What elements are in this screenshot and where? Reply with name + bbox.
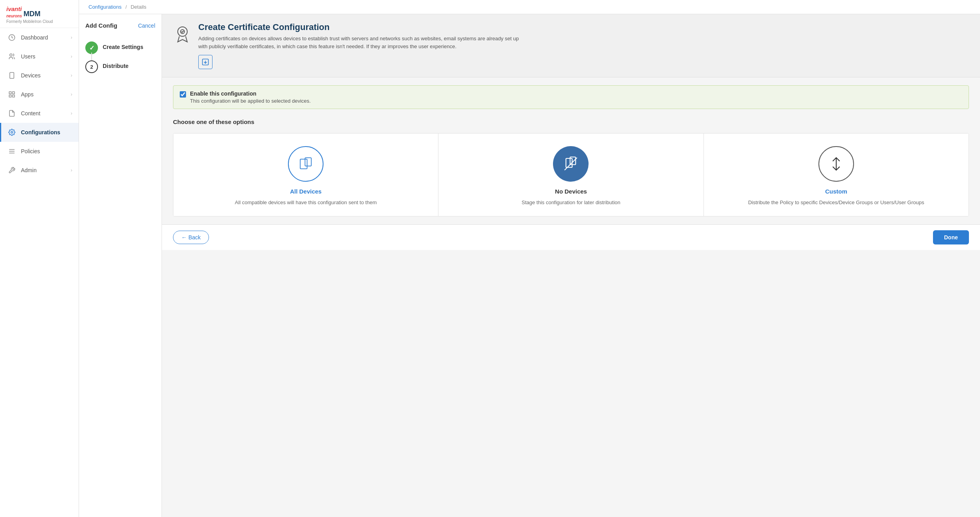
users-icon [8, 52, 16, 61]
enable-banner: Enable this configuration This configura… [173, 85, 969, 109]
config-header: Create Certificate Configuration Adding … [162, 14, 980, 77]
svg-line-20 [565, 158, 577, 170]
sidebar-item-devices[interactable]: Devices › [0, 66, 79, 85]
custom-circle [818, 146, 854, 182]
footer-bar: ← Back Done [162, 224, 980, 250]
svg-rect-5 [13, 92, 15, 94]
custom-label: Custom [825, 188, 847, 195]
form-section: Enable this configuration This configura… [162, 77, 980, 224]
main-content: Configurations / Details Add Config Canc… [79, 0, 980, 517]
breadcrumb-separator: / [125, 4, 127, 10]
step-2-number: 2 [90, 64, 93, 70]
logo-ivanti: ivanti [6, 6, 22, 12]
chevron-content: › [71, 111, 72, 116]
content-area: Add Config Cancel ✓ Create Settings 2 Di… [79, 14, 980, 517]
no-devices-desc: Stage this configuration for later distr… [521, 199, 620, 207]
import-section [198, 55, 522, 69]
all-devices-label: All Devices [290, 188, 322, 195]
step-2-circle: 2 [85, 60, 98, 73]
svg-rect-16 [300, 159, 307, 169]
config-description: Adding certificates on devices allows de… [198, 35, 522, 50]
apps-icon [8, 90, 16, 99]
step-1-circle: ✓ [85, 41, 98, 54]
svg-rect-6 [9, 95, 11, 97]
back-button[interactable]: ← Back [173, 231, 209, 244]
config-title: Create Certificate Configuration [198, 22, 522, 32]
chevron-devices: › [71, 73, 72, 78]
all-devices-circle [288, 146, 324, 182]
enable-label: Enable this configuration [190, 90, 311, 97]
custom-desc: Distribute the Policy to specific Device… [748, 199, 924, 207]
enable-checkbox[interactable] [180, 91, 186, 98]
option-custom[interactable]: Custom Distribute the Policy to specific… [704, 133, 969, 216]
enable-text: Enable this configuration This configura… [190, 90, 311, 104]
sidebar-label-dashboard: Dashboard [21, 34, 48, 41]
sidebar-label-configurations: Configurations [21, 129, 60, 135]
logo-neurons: neurons [6, 14, 22, 18]
chevron-apps: › [71, 92, 72, 97]
svg-point-1 [10, 54, 12, 56]
sidebar-label-policies: Policies [21, 148, 40, 154]
option-all-devices[interactable]: All Devices All compatible devices will … [173, 133, 438, 216]
sidebar-label-admin: Admin [21, 167, 37, 173]
option-no-devices[interactable]: No Devices Stage this configuration for … [438, 133, 703, 216]
chevron-users: › [71, 54, 72, 59]
configurations-icon [8, 128, 16, 137]
sidebar-label-apps: Apps [21, 91, 34, 98]
sidebar-label-content: Content [21, 110, 40, 117]
sidebar-item-dashboard[interactable]: Dashboard › [0, 28, 79, 47]
chevron-dashboard: › [71, 35, 72, 40]
admin-icon [8, 166, 16, 175]
steps-title: Add Config [85, 22, 117, 29]
step-1-check: ✓ [89, 44, 94, 52]
step-2-label: Distribute [103, 60, 128, 69]
sidebar-item-configurations[interactable]: Configurations [0, 123, 79, 142]
dashboard-icon [8, 33, 16, 42]
cancel-link[interactable]: Cancel [138, 23, 155, 29]
step-1-label: Create Settings [103, 41, 143, 50]
svg-point-8 [11, 132, 13, 133]
config-header-text: Create Certificate Configuration Adding … [198, 22, 522, 69]
options-title: Choose one of these options [173, 118, 969, 125]
sidebar: ivanti neurons MDM Formerly MobileIron C… [0, 0, 79, 517]
enable-sublabel: This configuration will be applied to se… [190, 98, 311, 104]
step-1: ✓ Create Settings [85, 38, 155, 57]
no-devices-circle [553, 146, 589, 182]
import-button[interactable] [198, 55, 213, 69]
sidebar-item-apps[interactable]: Apps › [0, 85, 79, 104]
sidebar-label-devices: Devices [21, 72, 41, 79]
no-devices-label: No Devices [555, 188, 587, 195]
svg-rect-7 [13, 95, 15, 97]
breadcrumb-current: Details [131, 4, 147, 10]
svg-rect-4 [9, 92, 11, 94]
sidebar-item-policies[interactable]: Policies [0, 142, 79, 161]
options-grid: All Devices All compatible devices will … [173, 133, 969, 216]
content-icon [8, 109, 16, 118]
right-panel: Create Certificate Configuration Adding … [162, 14, 980, 517]
sidebar-item-admin[interactable]: Admin › [0, 161, 79, 180]
devices-icon [8, 71, 16, 80]
sidebar-item-content[interactable]: Content › [0, 104, 79, 123]
svg-rect-2 [10, 73, 14, 79]
logo-formerly: Formerly MobileIron Cloud [6, 19, 72, 24]
done-button[interactable]: Done [933, 230, 969, 244]
logo: ivanti neurons MDM Formerly MobileIron C… [0, 0, 79, 28]
breadcrumb: Configurations / Details [79, 0, 980, 14]
sidebar-label-users: Users [21, 53, 36, 60]
breadcrumb-configurations-link[interactable]: Configurations [88, 4, 122, 10]
sidebar-item-users[interactable]: Users › [0, 47, 79, 66]
steps-panel: Add Config Cancel ✓ Create Settings 2 Di… [79, 14, 162, 517]
step-2: 2 Distribute [85, 57, 155, 76]
all-devices-desc: All compatible devices will have this co… [235, 199, 377, 207]
logo-mdm: MDM [23, 10, 40, 18]
policies-icon [8, 147, 16, 156]
chevron-admin: › [71, 167, 72, 173]
certificate-icon [173, 24, 192, 46]
